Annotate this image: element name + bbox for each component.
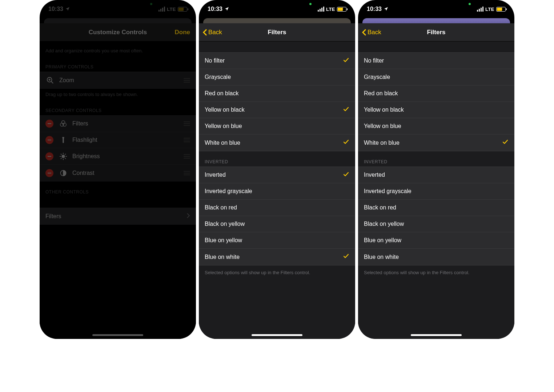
- sheet-peek: [203, 18, 351, 23]
- brightness-icon: [59, 152, 68, 160]
- row-label: Grayscale: [364, 74, 390, 80]
- filter-row[interactable]: Blue on white: [358, 249, 514, 265]
- done-button[interactable]: Done: [175, 23, 190, 41]
- status-bar: 10:33 LTE ⚡: [40, 0, 196, 15]
- secondary-row-flashlight[interactable]: Flashlight: [40, 132, 196, 148]
- filter-row[interactable]: Grayscale: [358, 69, 514, 85]
- secondary-row-brightness[interactable]: Brightness: [40, 148, 196, 165]
- row-label: Blue on white: [364, 254, 399, 260]
- secondary-row-filters[interactable]: Filters: [40, 116, 196, 132]
- filter-row[interactable]: Blue on white: [199, 249, 355, 265]
- other-header: OTHER CONTROLS: [40, 181, 196, 197]
- filter-row[interactable]: Red on black: [358, 85, 514, 102]
- footer-hint: Selected options will show up in the Fil…: [358, 265, 514, 280]
- home-indicator[interactable]: [252, 334, 302, 336]
- camera-indicator-dot: [309, 3, 312, 5]
- row-label: Blue on yellow: [364, 237, 401, 244]
- back-button[interactable]: Back: [202, 23, 222, 41]
- network-label: LTE: [167, 7, 176, 12]
- location-icon: [65, 6, 70, 12]
- filter-row[interactable]: Blue on yellow: [358, 232, 514, 249]
- back-button[interactable]: Back: [362, 23, 381, 41]
- reorder-grip-icon[interactable]: [184, 121, 190, 126]
- filter-row[interactable]: No filter: [358, 53, 514, 69]
- contrast-icon: [59, 169, 68, 177]
- row-label: White on blue: [364, 140, 400, 146]
- content-area: No filterGrayscaleRed on blackYellow on …: [199, 41, 355, 339]
- status-bar: 10:33 LTE ⚡: [358, 0, 514, 15]
- filter-row[interactable]: Black on red: [199, 200, 355, 216]
- row-label: Filters: [72, 120, 88, 127]
- filters-group-2: InvertedInverted grayscaleBlack on redBl…: [199, 167, 355, 265]
- filter-row[interactable]: Black on red: [358, 200, 514, 216]
- network-label: LTE: [326, 7, 335, 12]
- primary-row-zoom[interactable]: Zoom: [40, 72, 196, 88]
- filter-row[interactable]: Inverted grayscale: [199, 183, 355, 200]
- phone-filters-one: 10:33 LTE ⚡ Back Filters No filterGraysc…: [358, 0, 514, 339]
- row-label: Yellow on black: [364, 107, 404, 113]
- chevron-left-icon: [362, 29, 367, 36]
- status-bar: 10:33 LTE ⚡: [199, 0, 355, 15]
- filter-row[interactable]: Inverted grayscale: [358, 183, 514, 200]
- row-label: Black on yellow: [364, 221, 404, 227]
- row-label: No filter: [364, 57, 384, 64]
- filter-row[interactable]: Blue on yellow: [199, 232, 355, 249]
- phone-filters-many: 10:33 LTE ⚡ Back Filters No filterGraysc…: [199, 0, 355, 339]
- checkmark-icon: [343, 171, 349, 179]
- remove-icon[interactable]: [45, 169, 53, 177]
- row-label: Zoom: [59, 77, 74, 84]
- reorder-grip-icon[interactable]: [184, 138, 190, 142]
- filter-row[interactable]: Inverted: [199, 167, 355, 183]
- row-label: Grayscale: [205, 74, 231, 80]
- home-indicator[interactable]: [411, 334, 462, 336]
- checkmark-icon: [343, 106, 349, 114]
- signal-icon: [158, 7, 165, 12]
- secondary-row-contrast[interactable]: Contrast: [40, 165, 196, 181]
- inverted-header: INVERTED: [358, 151, 514, 167]
- location-icon: [225, 6, 229, 12]
- row-label: Flashlight: [72, 137, 97, 143]
- chevron-left-icon: [202, 29, 208, 36]
- checkmark-icon: [343, 57, 349, 65]
- reorder-grip-icon[interactable]: [184, 154, 190, 159]
- filter-row[interactable]: Black on yellow: [199, 216, 355, 232]
- remove-icon[interactable]: [45, 136, 53, 144]
- home-indicator[interactable]: [92, 334, 143, 336]
- signal-icon: [318, 7, 324, 12]
- primary-hint: Drag up to two controls to always be sho…: [40, 89, 196, 100]
- filter-row[interactable]: Yellow on black: [358, 102, 514, 118]
- row-label: Blue on white: [205, 254, 240, 260]
- filter-row[interactable]: White on blue: [199, 135, 355, 151]
- filter-row[interactable]: Yellow on black: [199, 102, 355, 118]
- filter-row[interactable]: Inverted: [358, 167, 514, 183]
- remove-icon[interactable]: [45, 152, 53, 160]
- reorder-grip-icon[interactable]: [184, 171, 190, 175]
- row-label: Red on black: [364, 90, 398, 97]
- page-title: Filters: [427, 29, 445, 36]
- page-title: Filters: [268, 29, 286, 36]
- row-label: Inverted: [205, 172, 226, 178]
- camera-indicator-dot: [469, 3, 471, 5]
- row-label: Inverted grayscale: [205, 188, 252, 195]
- reorder-grip-icon[interactable]: [184, 78, 190, 83]
- filter-row[interactable]: Black on yellow: [358, 216, 514, 232]
- remove-icon[interactable]: [45, 120, 53, 128]
- filter-row[interactable]: Yellow on blue: [199, 118, 355, 135]
- svg-line-12: [61, 154, 61, 155]
- zoom-icon: [45, 76, 55, 84]
- row-label: Filters: [45, 213, 61, 220]
- sheet-peek: [44, 18, 192, 23]
- filters-group-1: No filterGrayscaleRed on blackYellow on …: [199, 52, 355, 151]
- filter-row[interactable]: No filter: [199, 53, 355, 69]
- filter-row[interactable]: Yellow on blue: [358, 118, 514, 135]
- checkmark-icon: [343, 139, 349, 147]
- status-time: 10:33: [367, 6, 382, 12]
- filter-row[interactable]: Red on black: [199, 85, 355, 102]
- flashlight-icon: [59, 136, 68, 144]
- filter-row[interactable]: White on blue: [358, 135, 514, 151]
- primary-header: PRIMARY CONTROLS: [40, 56, 196, 72]
- row-label: Inverted: [364, 172, 385, 178]
- inverted-header: INVERTED: [199, 151, 355, 167]
- filter-row[interactable]: Grayscale: [199, 69, 355, 85]
- other-row-filters[interactable]: Filters: [40, 208, 196, 224]
